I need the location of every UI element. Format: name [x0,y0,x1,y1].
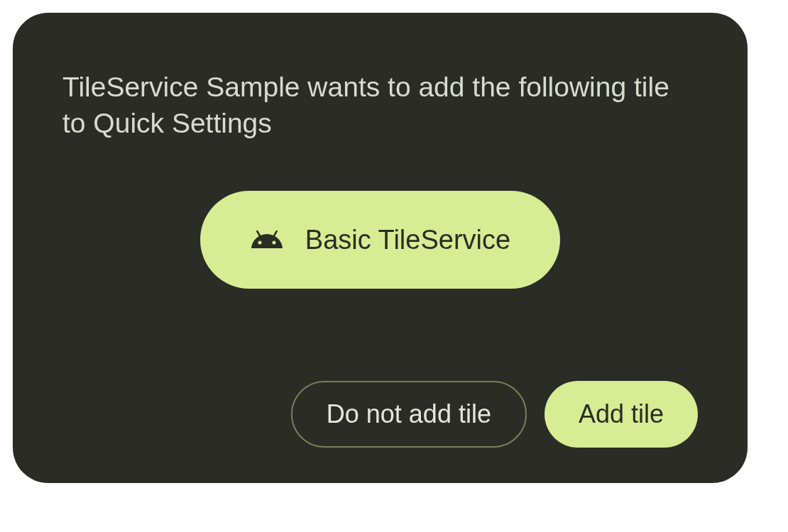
dialog-message: TileService Sample wants to add the foll… [62,70,698,141]
android-icon [250,223,284,257]
dialog-button-row: Do not add tile Add tile [62,381,698,448]
tile-label: Basic TileService [305,225,510,255]
do-not-add-tile-button[interactable]: Do not add tile [291,381,527,448]
add-tile-dialog: TileService Sample wants to add the foll… [13,13,748,483]
tile-preview: Basic TileService [200,191,560,289]
add-tile-button[interactable]: Add tile [545,381,698,448]
